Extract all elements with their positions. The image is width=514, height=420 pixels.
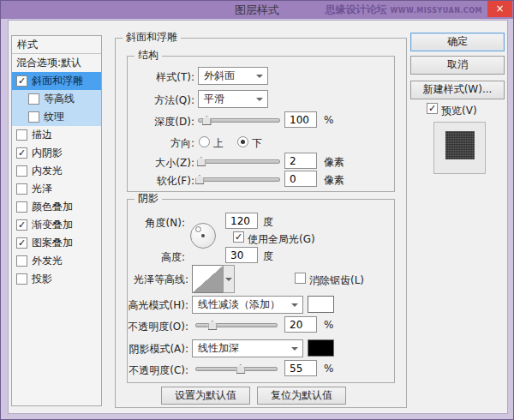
preview-checkbox[interactable]: ✓ xyxy=(427,103,438,114)
sidebar-item-pattern-overlay[interactable]: ✓ 图案叠加 xyxy=(12,234,101,252)
panel-title: 斜面和浮雕 xyxy=(123,31,181,44)
soften-label: 软化(F): xyxy=(112,174,194,189)
depth-slider[interactable] xyxy=(198,118,280,123)
checkbox[interactable] xyxy=(16,201,27,213)
watermark-forum-name: 思缘设计论坛 xyxy=(326,3,387,15)
sidebar-item-gradient-overlay[interactable]: ✓ 渐变叠加 xyxy=(12,216,101,234)
global-light-label[interactable]: 使用全局光(G) xyxy=(248,232,315,247)
highlight-color-swatch[interactable] xyxy=(308,296,334,313)
gloss-contour-label: 光泽等高线: xyxy=(98,273,188,287)
sidebar-item-label: 描边 xyxy=(32,128,52,142)
sidebar-item-bevel-emboss[interactable]: ✓ 斜面和浮雕 xyxy=(12,72,101,90)
soften-input[interactable] xyxy=(284,171,317,187)
shading-group-title: 阴影 xyxy=(134,192,162,205)
sidebar-item-texture[interactable]: 纹理 xyxy=(12,108,101,126)
depth-input[interactable] xyxy=(284,111,317,128)
checkbox[interactable] xyxy=(28,93,39,105)
highlight-opacity-label: 不透明度(O): xyxy=(106,320,188,334)
sidebar-item-label: 投影 xyxy=(32,272,52,286)
set-default-button[interactable]: 设置为默认值 xyxy=(161,387,250,405)
checkbox[interactable] xyxy=(16,255,27,267)
sidebar-item-label: 斜面和浮雕 xyxy=(32,74,83,88)
highlight-opacity-slider[interactable] xyxy=(195,323,278,327)
style-label: 样式(T): xyxy=(112,70,194,85)
depth-label: 深度(D): xyxy=(112,115,194,129)
chevron-down-icon xyxy=(291,303,298,307)
chevron-down-icon xyxy=(291,347,298,351)
sidebar-item-contour[interactable]: 等高线 xyxy=(12,90,101,108)
anti-alias-label[interactable]: 消除锯齿(L) xyxy=(309,273,364,288)
direction-label: 方向: xyxy=(112,136,194,151)
preview-label[interactable]: 预览(V) xyxy=(441,104,477,118)
shadow-mode-value: 线性加深 xyxy=(198,341,239,356)
altitude-unit: 度 xyxy=(263,249,273,264)
shadow-opacity-slider[interactable] xyxy=(195,367,278,371)
anti-alias-checkbox[interactable] xyxy=(295,273,306,284)
reset-default-button[interactable]: 复位为默认值 xyxy=(257,387,346,405)
styles-header: 样式 xyxy=(12,36,101,54)
sidebar-item-satin[interactable]: 光泽 xyxy=(12,180,101,198)
angle-input[interactable] xyxy=(225,213,258,229)
angle-dial-knob[interactable] xyxy=(195,226,201,232)
preview-thumbnail xyxy=(433,122,486,174)
ok-button[interactable]: 确定 xyxy=(410,33,505,51)
sidebar-item-label: 纹理 xyxy=(44,110,64,124)
checkbox[interactable] xyxy=(16,165,27,177)
global-light-checkbox[interactable]: ✓ xyxy=(233,231,244,243)
highlight-mode-dropdown[interactable]: 线性减淡（添加） xyxy=(192,296,303,314)
structure-group-title: 结构 xyxy=(134,49,162,62)
size-slider[interactable] xyxy=(198,159,280,164)
direction-down-label[interactable]: 下 xyxy=(252,136,262,151)
close-icon[interactable]: × xyxy=(487,1,512,17)
sidebar-item-blending-options[interactable]: 混合选项:默认 xyxy=(12,54,101,72)
chevron-down-icon xyxy=(256,98,263,101)
sidebar-item-color-overlay[interactable]: 颜色叠加 xyxy=(12,198,101,216)
shadow-color-swatch[interactable] xyxy=(308,339,334,357)
sidebar-item-outer-glow[interactable]: 外发光 xyxy=(12,252,101,270)
angle-unit: 度 xyxy=(263,215,273,230)
sidebar-item-label: 图案叠加 xyxy=(32,236,73,250)
depth-unit: % xyxy=(324,114,333,126)
checkbox[interactable] xyxy=(16,129,27,141)
technique-label: 方法(Q): xyxy=(112,93,194,108)
checkbox[interactable]: ✓ xyxy=(16,75,27,87)
sidebar-item-inner-shadow[interactable]: ✓ 内阴影 xyxy=(12,144,101,162)
checkbox[interactable] xyxy=(16,183,27,195)
size-input[interactable] xyxy=(284,153,317,169)
layer-style-dialog: 图层样式 思缘设计论坛 WWW.MISSYUAN.COM × 样式 混合选项:默… xyxy=(0,0,514,420)
cancel-button[interactable]: 取消 xyxy=(410,56,505,75)
bevel-style-dropdown[interactable]: 外斜面 xyxy=(198,67,268,85)
soften-slider[interactable] xyxy=(198,177,280,182)
checkbox[interactable]: ✓ xyxy=(16,219,27,231)
technique-dropdown[interactable]: 平滑 xyxy=(198,90,268,108)
direction-down-radio[interactable] xyxy=(237,136,248,147)
shadow-mode-dropdown[interactable]: 线性加深 xyxy=(192,339,303,357)
sidebar-item-drop-shadow[interactable]: 投影 xyxy=(12,270,101,288)
sidebar-item-label: 内发光 xyxy=(32,164,63,178)
sidebar-item-label: 颜色叠加 xyxy=(32,200,73,214)
size-label: 大小(Z): xyxy=(112,156,194,171)
highlight-opacity-input[interactable] xyxy=(284,316,317,333)
preview-texture xyxy=(445,131,475,159)
shadow-opacity-input[interactable] xyxy=(284,360,317,376)
new-style-button[interactable]: 新建样式(W)... xyxy=(410,81,505,99)
sidebar-item-stroke[interactable]: 描边 xyxy=(12,126,101,144)
gloss-contour-swatch[interactable] xyxy=(192,265,224,293)
checkbox[interactable]: ✓ xyxy=(16,237,27,249)
checkbox[interactable] xyxy=(16,273,27,285)
checkbox[interactable] xyxy=(28,111,39,123)
technique-value: 平滑 xyxy=(204,92,224,106)
titlebar[interactable]: 图层样式 思缘设计论坛 WWW.MISSYUAN.COM xyxy=(1,1,513,19)
gloss-contour-dropdown[interactable] xyxy=(223,265,235,293)
shadow-opacity-unit: % xyxy=(324,363,333,375)
shadow-mode-label: 阴影模式(A): xyxy=(106,342,188,357)
angle-label: 角度(N): xyxy=(104,216,185,231)
direction-up-radio[interactable] xyxy=(199,136,210,147)
angle-dial[interactable] xyxy=(190,223,216,249)
checkbox[interactable]: ✓ xyxy=(16,147,27,159)
highlight-opacity-unit: % xyxy=(324,319,333,331)
direction-up-label[interactable]: 上 xyxy=(213,136,224,151)
sidebar-item-inner-glow[interactable]: 内发光 xyxy=(12,162,101,180)
altitude-input[interactable] xyxy=(225,247,258,263)
shadow-opacity-label: 不透明度(C): xyxy=(106,363,188,378)
